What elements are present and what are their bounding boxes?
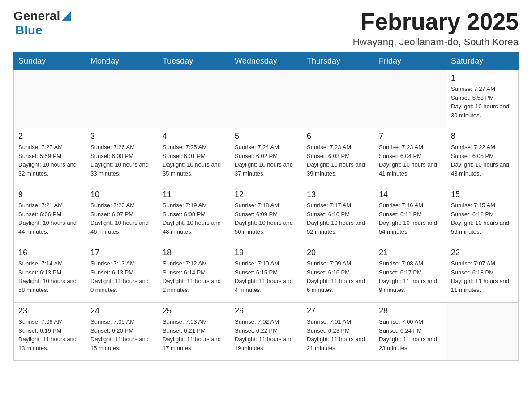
calendar-day-cell: 11Sunrise: 7:19 AM Sunset: 6:08 PM Dayli… xyxy=(158,186,230,244)
calendar-day-cell: 27Sunrise: 7:01 AM Sunset: 6:23 PM Dayli… xyxy=(302,303,374,361)
day-number: 23 xyxy=(18,306,81,316)
calendar-week-4: 16Sunrise: 7:14 AM Sunset: 6:13 PM Dayli… xyxy=(14,244,519,303)
day-info: Sunrise: 7:19 AM Sunset: 6:08 PM Dayligh… xyxy=(163,201,225,236)
calendar-day-cell: 20Sunrise: 7:09 AM Sunset: 6:16 PM Dayli… xyxy=(302,244,374,303)
day-header-thursday: Thursday xyxy=(302,53,374,70)
calendar-week-3: 9Sunrise: 7:21 AM Sunset: 6:06 PM Daylig… xyxy=(14,186,519,244)
day-info: Sunrise: 7:13 AM Sunset: 6:13 PM Dayligh… xyxy=(90,259,153,294)
day-info: Sunrise: 7:22 AM Sunset: 6:05 PM Dayligh… xyxy=(451,143,514,178)
calendar-day-cell: 6Sunrise: 7:23 AM Sunset: 6:03 PM Daylig… xyxy=(302,128,374,186)
day-number: 6 xyxy=(307,132,369,141)
day-number: 20 xyxy=(307,248,369,257)
calendar-day-cell: 23Sunrise: 7:06 AM Sunset: 6:19 PM Dayli… xyxy=(14,303,86,361)
calendar-day-cell: 7Sunrise: 7:23 AM Sunset: 6:04 PM Daylig… xyxy=(374,128,446,186)
day-number: 28 xyxy=(379,306,442,316)
calendar-day-cell xyxy=(230,70,302,128)
day-number: 18 xyxy=(163,248,225,257)
calendar-day-cell: 15Sunrise: 7:15 AM Sunset: 6:12 PM Dayli… xyxy=(446,186,519,244)
day-info: Sunrise: 7:00 AM Sunset: 6:24 PM Dayligh… xyxy=(379,317,442,352)
calendar-day-cell: 16Sunrise: 7:14 AM Sunset: 6:13 PM Dayli… xyxy=(14,244,86,303)
calendar-day-cell: 24Sunrise: 7:05 AM Sunset: 6:20 PM Dayli… xyxy=(86,303,158,361)
calendar-day-cell: 9Sunrise: 7:21 AM Sunset: 6:06 PM Daylig… xyxy=(14,186,86,244)
logo-general-text: General xyxy=(13,9,60,23)
day-number: 7 xyxy=(379,132,442,141)
calendar-day-cell: 8Sunrise: 7:22 AM Sunset: 6:05 PM Daylig… xyxy=(446,128,519,186)
calendar-day-cell xyxy=(374,70,446,128)
day-info: Sunrise: 7:10 AM Sunset: 6:15 PM Dayligh… xyxy=(235,259,297,294)
day-info: Sunrise: 7:07 AM Sunset: 6:18 PM Dayligh… xyxy=(451,259,514,294)
calendar-day-cell: 19Sunrise: 7:10 AM Sunset: 6:15 PM Dayli… xyxy=(230,244,302,303)
day-number: 22 xyxy=(451,248,514,257)
day-info: Sunrise: 7:15 AM Sunset: 6:12 PM Dayligh… xyxy=(451,201,514,236)
day-info: Sunrise: 7:16 AM Sunset: 6:11 PM Dayligh… xyxy=(379,201,442,236)
day-number: 4 xyxy=(163,132,225,141)
day-info: Sunrise: 7:27 AM Sunset: 5:59 PM Dayligh… xyxy=(18,143,81,178)
day-info: Sunrise: 7:01 AM Sunset: 6:23 PM Dayligh… xyxy=(307,317,369,352)
page-header: General Blue February 2025 Hwayang, Jeol… xyxy=(13,9,519,48)
day-number: 1 xyxy=(451,73,514,83)
day-number: 14 xyxy=(379,190,442,199)
day-header-saturday: Saturday xyxy=(446,53,519,70)
calendar-day-cell: 5Sunrise: 7:24 AM Sunset: 6:02 PM Daylig… xyxy=(230,128,302,186)
calendar-day-cell: 26Sunrise: 7:02 AM Sunset: 6:22 PM Dayli… xyxy=(230,303,302,361)
day-header-tuesday: Tuesday xyxy=(158,53,230,70)
calendar-day-cell: 10Sunrise: 7:20 AM Sunset: 6:07 PM Dayli… xyxy=(86,186,158,244)
day-header-friday: Friday xyxy=(374,53,446,70)
calendar-day-cell xyxy=(158,70,230,128)
calendar-day-cell: 21Sunrise: 7:08 AM Sunset: 6:17 PM Dayli… xyxy=(374,244,446,303)
day-number: 2 xyxy=(18,132,81,141)
calendar-day-cell xyxy=(446,303,519,361)
calendar-day-cell: 28Sunrise: 7:00 AM Sunset: 6:24 PM Dayli… xyxy=(374,303,446,361)
location-title: Hwayang, Jeollanam-do, South Korea xyxy=(352,36,519,48)
calendar-day-cell: 25Sunrise: 7:03 AM Sunset: 6:21 PM Dayli… xyxy=(158,303,230,361)
day-header-wednesday: Wednesday xyxy=(230,53,302,70)
calendar-table: SundayMondayTuesdayWednesdayThursdayFrid… xyxy=(13,52,519,361)
day-info: Sunrise: 7:08 AM Sunset: 6:17 PM Dayligh… xyxy=(379,259,442,294)
calendar-day-cell: 17Sunrise: 7:13 AM Sunset: 6:13 PM Dayli… xyxy=(86,244,158,303)
day-info: Sunrise: 7:05 AM Sunset: 6:20 PM Dayligh… xyxy=(90,317,153,352)
day-number: 5 xyxy=(235,132,297,141)
day-number: 15 xyxy=(451,190,514,199)
day-number: 19 xyxy=(235,248,297,257)
day-info: Sunrise: 7:03 AM Sunset: 6:21 PM Dayligh… xyxy=(163,317,225,352)
day-header-row: SundayMondayTuesdayWednesdayThursdayFrid… xyxy=(14,53,519,70)
day-info: Sunrise: 7:06 AM Sunset: 6:19 PM Dayligh… xyxy=(18,317,81,352)
day-header-sunday: Sunday xyxy=(14,53,86,70)
logo: General Blue xyxy=(13,9,71,38)
calendar-day-cell: 12Sunrise: 7:18 AM Sunset: 6:09 PM Dayli… xyxy=(230,186,302,244)
calendar-day-cell: 14Sunrise: 7:16 AM Sunset: 6:11 PM Dayli… xyxy=(374,186,446,244)
day-number: 3 xyxy=(90,132,153,141)
day-info: Sunrise: 7:21 AM Sunset: 6:06 PM Dayligh… xyxy=(18,201,81,236)
day-number: 27 xyxy=(307,306,369,316)
day-number: 21 xyxy=(379,248,442,257)
day-info: Sunrise: 7:20 AM Sunset: 6:07 PM Dayligh… xyxy=(90,201,153,236)
day-header-monday: Monday xyxy=(86,53,158,70)
day-info: Sunrise: 7:17 AM Sunset: 6:10 PM Dayligh… xyxy=(307,201,369,236)
title-section: February 2025 Hwayang, Jeollanam-do, Sou… xyxy=(352,9,519,48)
day-number: 9 xyxy=(18,190,81,199)
day-info: Sunrise: 7:23 AM Sunset: 6:03 PM Dayligh… xyxy=(307,143,369,178)
calendar-day-cell xyxy=(86,70,158,128)
calendar-day-cell: 3Sunrise: 7:26 AM Sunset: 6:00 PM Daylig… xyxy=(86,128,158,186)
day-number: 26 xyxy=(235,306,297,316)
day-info: Sunrise: 7:18 AM Sunset: 6:09 PM Dayligh… xyxy=(235,201,297,236)
day-info: Sunrise: 7:27 AM Sunset: 5:58 PM Dayligh… xyxy=(451,85,514,120)
logo-triangle-icon xyxy=(61,12,71,21)
calendar-week-2: 2Sunrise: 7:27 AM Sunset: 5:59 PM Daylig… xyxy=(14,128,519,186)
day-info: Sunrise: 7:23 AM Sunset: 6:04 PM Dayligh… xyxy=(379,143,442,178)
day-number: 16 xyxy=(18,248,81,257)
calendar-day-cell xyxy=(302,70,374,128)
day-number: 11 xyxy=(163,190,225,199)
svg-marker-0 xyxy=(61,12,71,21)
day-info: Sunrise: 7:25 AM Sunset: 6:01 PM Dayligh… xyxy=(163,143,225,178)
day-info: Sunrise: 7:24 AM Sunset: 6:02 PM Dayligh… xyxy=(235,143,297,178)
day-number: 25 xyxy=(163,306,225,316)
day-number: 24 xyxy=(90,306,153,316)
calendar-day-cell: 18Sunrise: 7:12 AM Sunset: 6:14 PM Dayli… xyxy=(158,244,230,303)
calendar-day-cell: 1Sunrise: 7:27 AM Sunset: 5:58 PM Daylig… xyxy=(446,70,519,128)
day-number: 8 xyxy=(451,132,514,141)
day-number: 17 xyxy=(90,248,153,257)
calendar-header: SundayMondayTuesdayWednesdayThursdayFrid… xyxy=(14,53,519,70)
logo-blue-text: Blue xyxy=(15,23,43,38)
calendar-body: 1Sunrise: 7:27 AM Sunset: 5:58 PM Daylig… xyxy=(14,70,519,361)
